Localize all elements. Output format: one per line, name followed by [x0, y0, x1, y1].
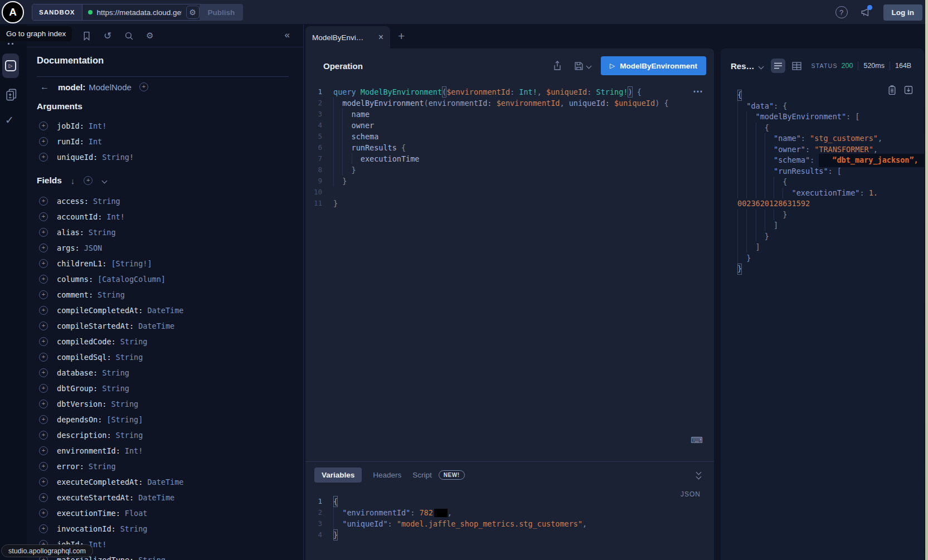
field-row[interactable]: +childrenL1:[String!] [27, 256, 303, 271]
sort-descending-icon[interactable]: ↓ [71, 176, 75, 186]
field-row[interactable]: +compileStartedAt:DateTime [27, 318, 303, 334]
field-type[interactable]: DateTime [147, 306, 183, 315]
field-row[interactable]: +environmentId:Int! [27, 443, 303, 459]
add-field-icon[interactable]: + [139, 82, 148, 91]
new-tab-button[interactable]: + [398, 30, 405, 43]
add-field-icon[interactable]: + [39, 337, 48, 346]
add-field-icon[interactable]: + [39, 462, 48, 471]
add-field-icon[interactable]: + [39, 478, 48, 486]
pretty-view-toggle[interactable] [771, 59, 785, 73]
field-row[interactable]: +jobId:Int! [27, 118, 303, 134]
add-field-icon[interactable]: + [39, 524, 48, 533]
field-row[interactable]: +comment:String [27, 287, 303, 303]
add-field-icon[interactable]: + [39, 493, 48, 502]
add-field-icon[interactable]: + [39, 306, 48, 315]
bookmark-icon[interactable] [81, 31, 91, 41]
save-options-chevron-icon[interactable] [586, 63, 592, 69]
history-icon[interactable]: ↺ [103, 31, 113, 41]
sidebar-item-explorer[interactable]: ▷ [2, 53, 19, 78]
download-response-icon[interactable] [904, 85, 913, 98]
field-type[interactable]: [CatalogColumn] [98, 275, 166, 284]
tab-script[interactable]: Script [412, 471, 432, 479]
field-type[interactable]: Float [125, 509, 148, 518]
field-row[interactable]: +description:String [27, 427, 303, 443]
field-row[interactable]: +invocationId:String [27, 521, 303, 537]
add-field-icon[interactable]: + [39, 322, 48, 330]
field-type[interactable]: String [120, 337, 148, 346]
keyboard-shortcuts-icon[interactable]: ⌨ [691, 435, 703, 445]
endpoint-url-field[interactable]: https://metadata.cloud.get ⚙ [82, 4, 203, 20]
collapse-panel-icon[interactable]: « [285, 30, 290, 41]
table-view-toggle[interactable] [790, 59, 804, 73]
settings-gear-icon[interactable]: ⚙ [145, 31, 155, 41]
field-type[interactable]: [String] [106, 415, 143, 424]
add-field-icon[interactable]: + [39, 353, 48, 362]
add-field-icon[interactable]: + [39, 275, 48, 284]
add-field-icon[interactable]: + [39, 431, 48, 440]
announcements-icon[interactable] [860, 7, 871, 18]
field-type[interactable]: String [98, 290, 125, 299]
field-type-link[interactable]: ModelNode [89, 82, 132, 92]
field-row[interactable]: +runId:Int [27, 134, 303, 149]
field-row[interactable]: +dbtGroup:String [27, 381, 303, 396]
add-field-icon[interactable]: + [39, 509, 48, 518]
search-icon[interactable] [124, 31, 134, 41]
operation-editor[interactable]: 1query ModelByEnvironment($environmentId… [305, 86, 714, 209]
back-arrow-icon[interactable]: ← [40, 82, 49, 92]
add-field-icon[interactable]: + [39, 228, 48, 237]
field-type[interactable]: [String!] [111, 259, 152, 268]
field-type[interactable]: Int! [125, 446, 143, 455]
field-row[interactable]: +database:String [27, 365, 303, 381]
field-row[interactable]: +dependsOn:[String] [27, 412, 303, 427]
field-row[interactable]: +alias:String [27, 225, 303, 240]
add-field-icon[interactable]: + [39, 197, 48, 206]
field-type[interactable]: String [89, 228, 116, 237]
field-row[interactable]: +accountId:Int! [27, 209, 303, 225]
field-row[interactable]: +compiledSql:String [27, 349, 303, 365]
login-button[interactable]: Log in [883, 4, 923, 21]
collapse-variables-icon[interactable] [697, 470, 701, 479]
variables-editor[interactable]: 1{2"environmentId": 782,3"uniqueId": "mo… [305, 496, 714, 540]
operation-tab[interactable]: ModelByEnvi… × [305, 26, 390, 48]
field-row[interactable]: +compiledCode:String [27, 334, 303, 349]
add-field-icon[interactable]: + [39, 259, 48, 268]
sidebar-item-checks[interactable]: ✓ [5, 114, 14, 126]
field-type[interactable]: DateTime [147, 478, 183, 486]
field-type[interactable]: Int! [89, 121, 107, 130]
field-type[interactable]: String [111, 400, 138, 408]
field-type[interactable]: String [116, 353, 143, 362]
connection-settings-icon[interactable]: ⚙ [186, 6, 200, 19]
copy-response-icon[interactable] [888, 85, 896, 98]
save-icon[interactable] [574, 61, 584, 71]
field-type[interactable]: Int [89, 137, 102, 146]
sidebar-item-schema[interactable] [5, 88, 17, 104]
field-row[interactable]: +executeStartedAt:DateTime [27, 490, 303, 505]
field-row[interactable]: +executeCompletedAt:DateTime [27, 474, 303, 490]
field-row[interactable]: +columns:[CatalogColumn] [27, 271, 303, 287]
field-type[interactable]: Int! [106, 212, 125, 221]
publish-button[interactable]: Publish [200, 4, 243, 21]
run-operation-button[interactable]: ▷ ModelByEnvironment [601, 56, 706, 75]
field-type[interactable]: String [138, 556, 166, 560]
chevron-down-icon[interactable] [758, 64, 764, 70]
add-field-icon[interactable]: + [39, 137, 48, 146]
add-field-icon[interactable]: + [39, 244, 48, 252]
add-field-icon[interactable]: + [39, 446, 48, 455]
field-row[interactable]: +error:String [27, 459, 303, 474]
field-row[interactable]: +access:String [27, 193, 303, 209]
add-field-icon[interactable]: + [39, 153, 48, 162]
add-field-icon[interactable]: + [39, 415, 48, 424]
field-type[interactable]: String [93, 197, 120, 206]
tab-headers[interactable]: Headers [373, 471, 401, 479]
field-type[interactable]: String! [102, 153, 134, 162]
field-type[interactable]: String [120, 524, 148, 533]
add-field-icon[interactable]: + [39, 384, 48, 393]
field-row[interactable]: +uniqueId:String! [27, 149, 303, 165]
field-type[interactable]: String [102, 368, 129, 377]
close-tab-icon[interactable]: × [378, 32, 383, 42]
add-field-icon[interactable]: + [39, 368, 48, 377]
add-field-icon[interactable]: + [39, 212, 48, 221]
apollo-logo[interactable]: A [2, 1, 24, 23]
endpoint-url[interactable]: https://metadata.cloud.get [97, 8, 182, 17]
add-field-icon[interactable]: + [39, 290, 48, 299]
